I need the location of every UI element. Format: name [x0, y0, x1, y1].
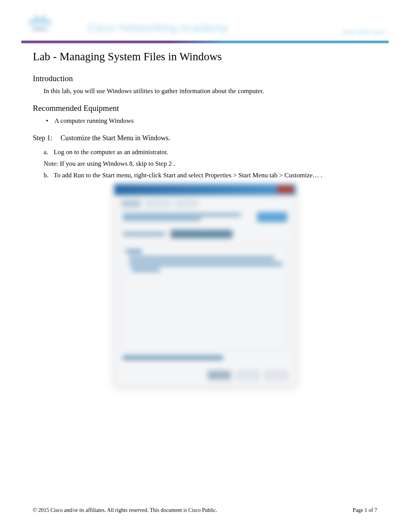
step-1b-tab: tab: [269, 172, 278, 179]
close-icon: [277, 186, 293, 193]
step-1-note: Note: If you are using Windows 8, skip t…: [44, 160, 377, 168]
step-1a: a.Log on to the computer as an administr…: [44, 148, 377, 156]
cisco-logo: cisco: [24, 15, 55, 33]
copyright: © 2015 Cisco and/or its affiliates. All …: [33, 507, 217, 513]
ok-button: [208, 371, 231, 380]
dialog-title-bar: [114, 184, 296, 195]
dialog-tabs: [114, 195, 296, 211]
step-1a-letter: a.: [44, 148, 54, 156]
step-1b-start: Start: [163, 172, 176, 179]
equipment-heading: Recommended Equipment: [33, 104, 377, 113]
step-1-label: Step 1:: [33, 134, 61, 142]
properties-dialog-screenshot: [114, 184, 296, 386]
introduction-text: In this lab, you will use Windows utilit…: [44, 87, 377, 95]
step-1-title: Customize the Start Menu in Windows.: [61, 134, 170, 142]
page-of: of: [367, 507, 374, 513]
page-number: Page 1 of 7: [353, 507, 377, 513]
dialog-row: [114, 224, 296, 240]
lab-title: Lab - Managing System Files in Windows: [33, 50, 377, 63]
note-step2: Step 2: [155, 160, 172, 167]
step-1b-text3: and select: [176, 172, 205, 179]
step-1b-run: Run: [73, 172, 84, 179]
group-title: [126, 250, 142, 253]
step-1-heading: Step 1:Customize the Start Menu in Windo…: [33, 134, 377, 142]
logo-text: cisco: [24, 25, 55, 32]
tagline: Mind Wide Open: [342, 29, 386, 35]
dialog-row: [114, 211, 296, 224]
step-1b-letter: b.: [44, 172, 54, 179]
academy-title: Cisco Networking Academy: [87, 21, 228, 34]
dialog-button-row: [208, 371, 288, 380]
header-divider-bar: [21, 41, 389, 43]
step-1a-text: Log on to the computer as an administrat…: [54, 148, 168, 156]
group-line: [129, 257, 274, 260]
dialog-tab: [175, 200, 198, 207]
step-1b-text2: to the Start menu, right-click: [84, 172, 163, 179]
customize-button: [257, 212, 287, 222]
dialog-label: [123, 232, 165, 236]
introduction-heading: Introduction: [33, 74, 377, 83]
dialog-tab: [121, 200, 141, 207]
dialog-group: [122, 245, 288, 350]
step-1b-text4: >: [278, 172, 285, 179]
step-1b-props: Properties > Start Menu: [205, 172, 269, 179]
apply-button: [265, 371, 288, 380]
document-header: cisco Cisco Networking Academy Mind Wide…: [21, 0, 389, 41]
page-label: Page: [353, 507, 365, 513]
page-content: Lab - Managing System Files in Windows I…: [0, 43, 410, 386]
dialog-text: [123, 212, 252, 222]
step-1b: b.To add Run to the Start menu, right-cl…: [44, 172, 377, 179]
equipment-item: A computer running Windows: [33, 117, 377, 125]
group-line: [129, 262, 282, 266]
page-footer: © 2015 Cisco and/or its affiliates. All …: [33, 507, 377, 513]
note-text-1: : If you are using Windows 8, skip to: [56, 160, 155, 167]
page-total: 7: [374, 507, 377, 513]
step-1b-customize: Customize…: [285, 172, 319, 179]
dialog-dropdown: [171, 230, 232, 238]
cancel-button: [236, 371, 259, 380]
step-1b-end: .: [319, 172, 323, 179]
step-1b-text1: To add: [54, 172, 73, 179]
group-line: [132, 268, 160, 272]
dialog-link: [123, 356, 223, 360]
dialog-tab: [144, 200, 171, 207]
note-period: .: [172, 160, 175, 167]
note-label: Note: [44, 160, 56, 167]
equipment-list: A computer running Windows: [33, 117, 377, 125]
